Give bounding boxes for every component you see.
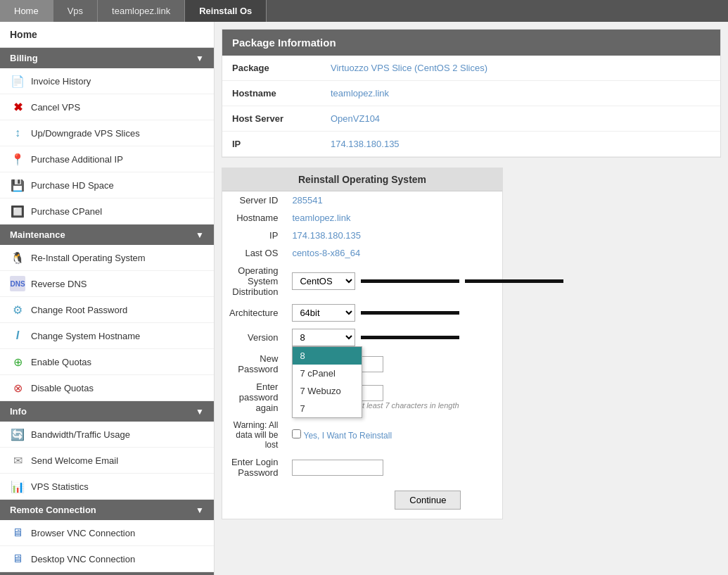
version-option-8-item[interactable]: 8 — [293, 347, 362, 365]
cancel-icon: ✖ — [10, 99, 25, 115]
os-arrow-indicator — [361, 279, 459, 283]
warning-checkbox-cell: Yes, I Want To Reinstall — [285, 417, 570, 453]
arch-row: Architecture 64bit — [222, 301, 570, 325]
continue-row: Continue — [222, 481, 570, 519]
login-password-cell — [285, 453, 570, 481]
tab-teamlopez[interactable]: teamlopez.link — [98, 0, 185, 22]
tabs-bar: Home Vps teamlopez.link Reinstall Os — [0, 0, 728, 22]
version-row: Version 8 8 7 c — [222, 325, 570, 350]
root-password-icon: ⚙ — [10, 302, 25, 317]
warning-row: Warning: All data will be lost Yes, I Wa… — [222, 417, 570, 453]
host-server-value: OpenVZ104 — [321, 106, 720, 132]
tab-vps[interactable]: Vps — [53, 0, 98, 22]
maintenance-arrow-icon: ▼ — [196, 230, 204, 240]
version-dropdown: 8 7 cPanel 7 Webuzo 7 — [292, 346, 362, 418]
reinstall-hostname-label: Hostname — [222, 209, 285, 227]
sidebar-item-invoice-history[interactable]: 📄 Invoice History — [0, 68, 214, 94]
hostname-row: Hostname teamlopez.link — [222, 81, 720, 106]
os-distribution-select[interactable]: CentOS — [292, 272, 355, 290]
sidebar-item-disable-quotas[interactable]: ⊗ Disable Quotas — [0, 375, 214, 401]
info-label: Info — [10, 406, 27, 417]
sidebar-item-desktop-vnc[interactable]: 🖥 Desktop VNC Connection — [0, 546, 214, 572]
arch-cell: 64bit — [285, 301, 570, 325]
reinstall-icon: 🐧 — [10, 250, 25, 265]
package-label: Package — [222, 56, 321, 81]
sidebar-info-header[interactable]: Info ▼ — [0, 401, 214, 422]
sidebar-item-upgrade-vps[interactable]: ↕ Up/Downgrade VPS Slices — [0, 120, 214, 146]
purchase-cpanel-icon: 🔲 — [10, 203, 25, 219]
login-password-input[interactable] — [292, 460, 383, 476]
last-os-label: Last OS — [222, 244, 285, 262]
hostname-label: Hostname — [222, 81, 321, 106]
ip-row: IP 174.138.180.135 — [222, 132, 720, 157]
sidebar-item-change-root-password[interactable]: ⚙ Change Root Password — [0, 297, 214, 323]
reinstall-hostname-value: teamlopez.link — [285, 209, 570, 227]
new-password-label: New Password — [222, 350, 285, 378]
hostname-icon: I — [10, 328, 25, 343]
arch-label: Architecture — [222, 301, 285, 325]
sidebar-item-vps-stats[interactable]: 📊 VPS Statistics — [0, 474, 214, 500]
sidebar-billing-header[interactable]: Billing ▼ — [0, 48, 214, 68]
sidebar-item-browser-vnc[interactable]: 🖥 Browser VNC Connection — [0, 520, 214, 546]
sidebar-item-change-hostname[interactable]: I Change System Hostname — [0, 323, 214, 349]
host-server-label: Host Server — [222, 106, 321, 132]
ip-label: IP — [222, 132, 321, 157]
sidebar-item-reverse-dns[interactable]: DNS Reverse DNS — [0, 271, 214, 297]
vps-stats-label: VPS Statistics — [31, 481, 89, 492]
version-option-7-item[interactable]: 7 — [293, 400, 362, 417]
purchase-hd-icon: 💾 — [10, 177, 25, 193]
billing-arrow-icon: ▼ — [196, 53, 204, 63]
hostname-value: teamlopez.link — [321, 81, 720, 106]
stats-icon: 📊 — [10, 479, 25, 494]
main-layout: Home Billing ▼ 📄 Invoice History ✖ Cance… — [0, 22, 728, 575]
sidebar-item-purchase-ip[interactable]: 📍 Purchase Additional IP — [0, 146, 214, 172]
enter-again-label: Enter password again — [222, 378, 285, 417]
server-id-label: Server ID — [222, 191, 285, 209]
sidebar-remote-header[interactable]: Remote Connection ▼ — [0, 500, 214, 520]
billing-label: Billing — [10, 53, 38, 63]
enable-quotas-label: Enable Quotas — [31, 357, 91, 367]
reinstall-ip-label: IP — [222, 227, 285, 244]
version-option-7cpanel-item[interactable]: 7 cPanel — [293, 365, 362, 382]
new-password-row: New Password — [222, 350, 570, 378]
tab-reinstall-os[interactable]: Reinstall Os — [185, 0, 267, 22]
server-id-value: 285541 — [285, 191, 570, 209]
maintenance-label: Maintenance — [10, 229, 65, 240]
purchase-ip-icon: 📍 — [10, 151, 25, 167]
login-password-label: Enter Login Password — [222, 453, 285, 481]
upgrade-vps-label: Up/Downgrade VPS Slices — [31, 128, 140, 139]
version-cell: 8 8 7 cPanel 7 Webuzo 7 — [285, 325, 570, 350]
reinstall-ip-value: 174.138.180.135 — [285, 227, 570, 244]
sidebar-home[interactable]: Home — [0, 22, 214, 48]
purchase-cpanel-label: Purchase CPanel — [31, 206, 102, 217]
tab-home[interactable]: Home — [0, 0, 53, 22]
continue-cell: Continue — [285, 481, 570, 519]
continue-button[interactable]: Continue — [395, 491, 461, 510]
last-os-row: Last OS centos-8-x86_64 — [222, 244, 570, 262]
sidebar-maintenance-header[interactable]: Maintenance ▼ — [0, 225, 214, 245]
browser-vnc-label: Browser VNC Connection — [31, 528, 135, 538]
reinstall-confirm-checkbox[interactable] — [292, 429, 301, 438]
sidebar-backups-header[interactable]: Backups ▼ — [0, 572, 214, 575]
sidebar-item-purchase-hd[interactable]: 💾 Purchase HD Space — [0, 172, 214, 198]
reinstall-title: Reinstall Operating System — [222, 168, 502, 191]
version-select[interactable]: 8 — [292, 329, 355, 346]
sidebar-item-bandwidth[interactable]: 🔄 Bandwidth/Traffic Usage — [0, 422, 214, 448]
host-server-row: Host Server OpenVZ104 — [222, 106, 720, 132]
reverse-dns-label: Reverse DNS — [31, 279, 87, 289]
browser-vnc-icon: 🖥 — [10, 525, 25, 541]
sidebar-item-reinstall-os[interactable]: 🐧 Re-Install Operating System — [0, 245, 214, 271]
version-arrow-indicator — [361, 336, 459, 339]
version-option-7webuzo-item[interactable]: 7 Webuzo — [293, 382, 362, 400]
bandwidth-label: Bandwidth/Traffic Usage — [31, 429, 130, 440]
change-hostname-label: Change System Hostname — [31, 331, 140, 341]
sidebar-item-enable-quotas[interactable]: ⊕ Enable Quotas — [0, 349, 214, 375]
disable-quotas-icon: ⊗ — [10, 380, 25, 396]
package-value: Virtuozzo VPS Slice (CentOS 2 Slices) — [321, 56, 720, 81]
reinstall-confirm-label: Yes, I Want To Reinstall — [304, 431, 392, 441]
purchase-hd-label: Purchase HD Space — [31, 180, 114, 191]
sidebar-item-cancel-vps[interactable]: ✖ Cancel VPS — [0, 94, 214, 120]
architecture-select[interactable]: 64bit — [292, 304, 355, 322]
sidebar-item-purchase-cpanel[interactable]: 🔲 Purchase CPanel — [0, 198, 214, 225]
sidebar-item-welcome-email[interactable]: ✉ Send Welcome Email — [0, 448, 214, 474]
